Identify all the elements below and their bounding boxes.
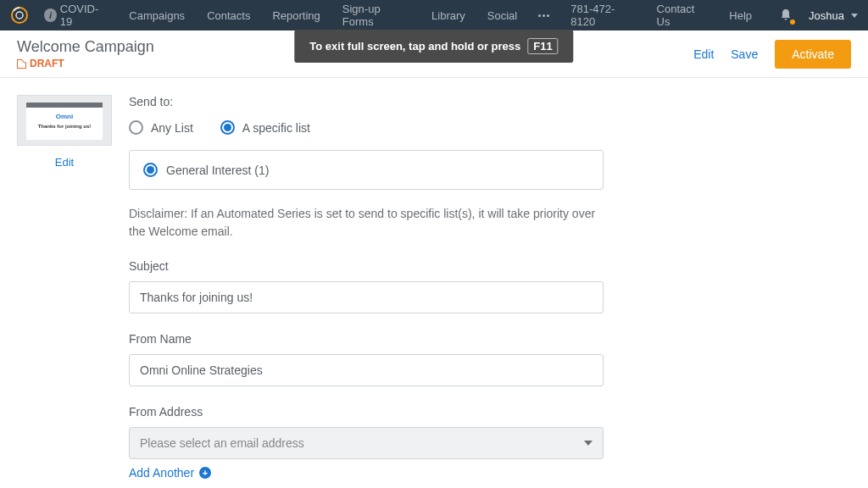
- subject-input[interactable]: [129, 281, 604, 313]
- nav-contact-us[interactable]: Contact Us: [646, 3, 719, 28]
- radio-any-label: Any List: [151, 121, 193, 135]
- activate-button[interactable]: Activate: [775, 40, 851, 69]
- plus-circle-icon: +: [199, 467, 211, 479]
- brand-logo[interactable]: [10, 6, 29, 25]
- nav-help[interactable]: Help: [718, 9, 763, 22]
- radio-icon: [143, 163, 158, 177]
- info-icon: i: [44, 8, 57, 22]
- nav-reporting[interactable]: Reporting: [261, 9, 331, 22]
- list-item-label: General Interest (1): [166, 164, 269, 177]
- chevron-down-icon: [584, 441, 593, 446]
- subject-label: Subject: [129, 259, 739, 273]
- edit-link[interactable]: Edit: [693, 47, 714, 61]
- nav-signup-forms[interactable]: Sign-up Forms: [331, 3, 420, 28]
- svg-point-1: [16, 12, 23, 19]
- draft-icon: [17, 59, 26, 69]
- fromaddr-select[interactable]: Please select an email address: [129, 427, 604, 459]
- nav-campaigns[interactable]: Campaigns: [118, 9, 196, 22]
- notifications-button[interactable]: [778, 8, 793, 23]
- status-text: DRAFT: [30, 58, 64, 69]
- toast-text: To exit full screen, tap and hold or pre…: [309, 40, 520, 53]
- disclaimer-text: Disclaimer: If an Automated Series is se…: [129, 205, 604, 241]
- radio-specific-list[interactable]: A specific list: [220, 120, 310, 135]
- preview-brand: Omni: [56, 113, 73, 120]
- more-dot-icon: [542, 14, 545, 17]
- fromname-input[interactable]: [129, 354, 604, 386]
- page-title: Welcome Campaign: [17, 38, 154, 56]
- add-another-label: Add Another: [129, 466, 194, 480]
- email-preview-thumb[interactable]: Omni Thanks for joining us!: [17, 95, 112, 146]
- nav-contacts[interactable]: Contacts: [196, 9, 261, 22]
- fullscreen-toast: To exit full screen, tap and hold or pre…: [294, 30, 573, 63]
- radio-icon: [220, 120, 235, 135]
- nav-covid[interactable]: i COVID-19: [44, 3, 118, 28]
- radio-icon: [129, 120, 143, 135]
- selected-lists-box: General Interest (1): [129, 150, 604, 190]
- status-badge: DRAFT: [17, 58, 154, 69]
- nav-library[interactable]: Library: [420, 9, 476, 22]
- nav-covid-label: COVID-19: [60, 3, 108, 28]
- chevron-down-icon: [851, 14, 858, 18]
- sidebar-edit-link[interactable]: Edit: [55, 156, 74, 169]
- user-menu[interactable]: Joshua: [809, 9, 858, 22]
- more-dot-icon: [538, 14, 541, 17]
- nav-more[interactable]: [528, 14, 559, 17]
- top-navbar: i COVID-19 Campaigns Contacts Reporting …: [0, 0, 868, 30]
- add-another-link[interactable]: Add Another +: [129, 466, 739, 480]
- sendto-label: Send to:: [129, 95, 739, 108]
- preview-headline: Thanks for joining us!: [38, 124, 92, 129]
- fromname-label: From Name: [129, 332, 739, 346]
- radio-specific-label: A specific list: [242, 121, 310, 135]
- more-dot-icon: [547, 14, 549, 17]
- nav-user-name: Joshua: [809, 9, 844, 22]
- radio-any-list[interactable]: Any List: [129, 120, 193, 135]
- fromaddr-label: From Address: [129, 405, 739, 419]
- notification-badge: [790, 19, 795, 25]
- list-item[interactable]: General Interest (1): [143, 163, 589, 177]
- toast-key: F11: [527, 38, 558, 54]
- nav-social[interactable]: Social: [476, 9, 528, 22]
- fromaddr-placeholder: Please select an email address: [140, 436, 304, 450]
- save-link[interactable]: Save: [731, 47, 758, 61]
- nav-phone[interactable]: 781-472-8120: [559, 3, 645, 28]
